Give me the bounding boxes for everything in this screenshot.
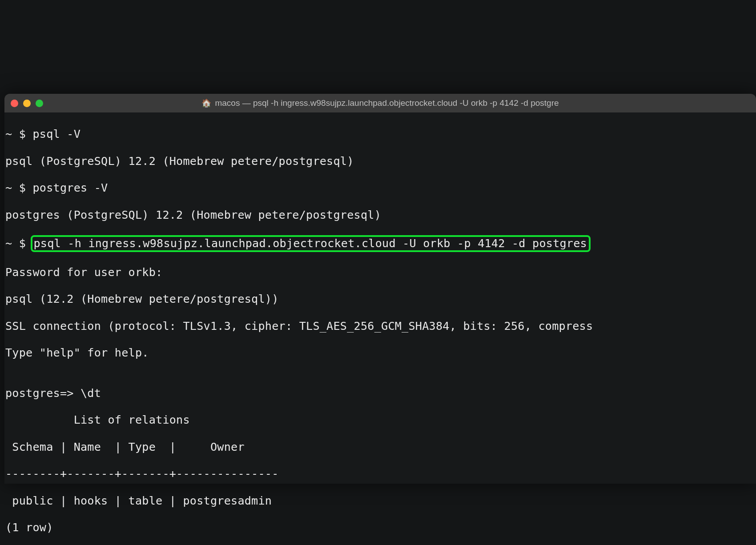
window-title-bar: 🏠 macos — psql -h ingress.w98sujpz.launc… [4,94,756,112]
terminal-window: 🏠 macos — psql -h ingress.w98sujpz.launc… [4,94,756,484]
output-line: (1 row) [5,521,756,534]
close-button[interactable] [11,100,18,107]
home-icon: 🏠 [201,98,211,108]
output-line: SSL connection (protocol: TLSv1.3, ciphe… [5,320,756,333]
output-line: postgres=> \dt [5,387,756,400]
output-line: List of relations [5,413,756,427]
output-line: Type "help" for help. [5,346,756,360]
highlighted-command-line: ~ $ psql -h ingress.w98sujpz.launchpad.o… [5,235,756,252]
table-divider-line: --------+-------+-------+--------------- [5,467,756,481]
output-line: ~ $ psql -V [5,128,756,141]
output-line: ~ $ postgres -V [5,181,756,195]
output-line: psql (PostgreSQL) 12.2 (Homebrew petere/… [5,155,756,168]
window-title-text: macos — psql -h ingress.w98sujpz.launchp… [215,98,559,108]
table-header-line: Schema | Name | Type | Owner [5,441,756,454]
output-line: psql (12.2 (Homebrew petere/postgresql)) [5,293,756,306]
minimize-button[interactable] [23,100,31,107]
window-title: 🏠 macos — psql -h ingress.w98sujpz.launc… [4,98,756,108]
zoom-button[interactable] [36,100,43,107]
command-highlight-box: psql -h ingress.w98sujpz.launchpad.objec… [31,235,591,252]
terminal-output[interactable]: ~ $ psql -V psql (PostgreSQL) 12.2 (Home… [4,112,756,545]
traffic-lights [11,100,43,107]
table-row: public | hooks | table | postgresadmin [5,494,756,508]
output-line: Password for user orkb: [5,266,756,279]
output-line: postgres (PostgreSQL) 12.2 (Homebrew pet… [5,208,756,222]
prompt: ~ $ [5,237,32,250]
